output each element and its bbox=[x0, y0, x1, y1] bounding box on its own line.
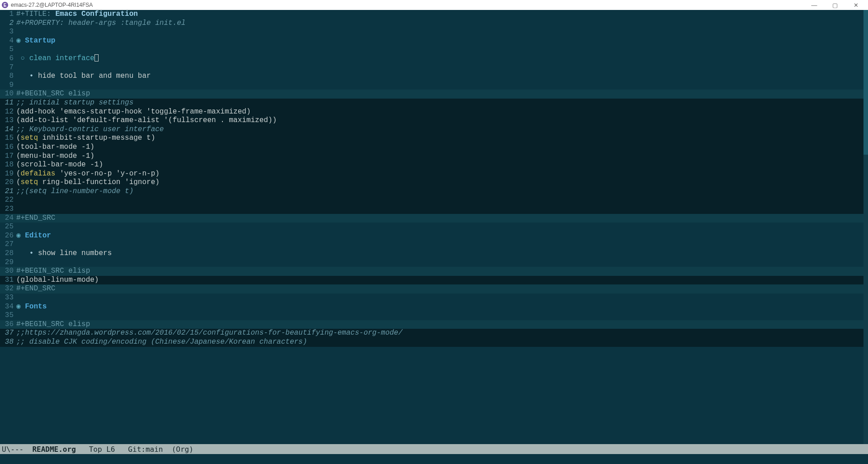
line-number: 10 bbox=[0, 90, 15, 99]
editor-line[interactable]: 6 ○ clean interface bbox=[0, 54, 868, 63]
scrollbar-thumb[interactable] bbox=[863, 10, 868, 155]
line-content[interactable] bbox=[15, 28, 868, 37]
line-content[interactable] bbox=[15, 311, 868, 320]
line-content[interactable]: ◉ Fonts bbox=[15, 303, 868, 312]
editor-line[interactable]: 28 • show line numbers bbox=[0, 249, 868, 258]
line-content[interactable]: ◉ Editor bbox=[15, 232, 868, 241]
editor-line[interactable]: 31(global-linum-mode) bbox=[0, 276, 868, 285]
line-content[interactable]: ;; initial startup settings bbox=[15, 99, 868, 108]
line-content[interactable]: (global-linum-mode) bbox=[15, 276, 868, 285]
line-number: 21 bbox=[0, 187, 15, 196]
line-number: 36 bbox=[0, 320, 15, 329]
line-content[interactable]: #+BEGIN_SRC elisp bbox=[15, 267, 868, 276]
editor-line[interactable]: 9 bbox=[0, 81, 868, 90]
line-content[interactable]: #+BEGIN_SRC elisp bbox=[15, 90, 868, 99]
editor-line[interactable]: 38;; disable CJK coding/encoding (Chines… bbox=[0, 338, 868, 347]
editor-line[interactable]: 34◉ Fonts bbox=[0, 303, 868, 312]
editor-line[interactable]: 21;;(setq line-number-mode t) bbox=[0, 187, 868, 196]
editor-line[interactable]: 4◉ Startup bbox=[0, 37, 868, 46]
line-number: 27 bbox=[0, 240, 15, 249]
editor-line[interactable]: 13(add-to-list 'default-frame-alist '(fu… bbox=[0, 116, 868, 125]
line-content[interactable] bbox=[15, 63, 868, 72]
line-content[interactable]: #+TITLE: Emacs Configuration bbox=[15, 10, 868, 19]
code-span: show line numbers bbox=[38, 249, 112, 257]
editor-line[interactable]: 16(tool-bar-mode -1) bbox=[0, 143, 868, 152]
minimize-icon: — bbox=[811, 2, 817, 8]
editor-line[interactable]: 30#+BEGIN_SRC elisp bbox=[0, 267, 868, 276]
line-content[interactable]: • show line numbers bbox=[15, 249, 868, 258]
editor-line[interactable]: 17(menu-bar-mode -1) bbox=[0, 152, 868, 161]
editor-line[interactable]: 27 bbox=[0, 240, 868, 249]
minimize-button[interactable]: — bbox=[804, 0, 825, 10]
line-content[interactable]: ○ clean interface bbox=[15, 54, 868, 63]
line-content[interactable]: (setq ring-bell-function 'ignore) bbox=[15, 178, 868, 187]
line-content[interactable]: (add-hook 'emacs-startup-hook 'toggle-fr… bbox=[15, 108, 868, 117]
editor-line[interactable]: 32#+END_SRC bbox=[0, 284, 868, 294]
editor-line[interactable]: 19(defalias 'yes-or-no-p 'y-or-n-p) bbox=[0, 170, 868, 179]
editor-line[interactable]: 26◉ Editor bbox=[0, 232, 868, 241]
line-number: 29 bbox=[0, 258, 15, 267]
line-content[interactable] bbox=[15, 240, 868, 249]
editor-line[interactable]: 1#+TITLE: Emacs Configuration bbox=[0, 10, 868, 19]
line-content[interactable]: ;; disable CJK coding/encoding (Chinese/… bbox=[15, 338, 868, 347]
editor-line[interactable]: 37;;https://zhangda.wordpress.com/2016/0… bbox=[0, 329, 868, 338]
editor-line[interactable]: 18(scroll-bar-mode -1) bbox=[0, 161, 868, 170]
line-content[interactable]: ;; Keyboard-centric user interface bbox=[15, 125, 868, 134]
code-span: clean interface bbox=[29, 54, 94, 62]
editor-line[interactable]: 35 bbox=[0, 311, 868, 320]
editor-line[interactable]: 22 bbox=[0, 196, 868, 205]
line-content[interactable]: ◉ Startup bbox=[15, 37, 868, 46]
editor-line[interactable]: 23 bbox=[0, 205, 868, 214]
line-content[interactable]: ;;(setq line-number-mode t) bbox=[15, 187, 868, 196]
editor-line[interactable]: 36#+BEGIN_SRC elisp bbox=[0, 320, 868, 329]
line-content[interactable]: (setq inhibit-startup-message t) bbox=[15, 134, 868, 143]
line-content[interactable]: #+PROPERTY: header-args :tangle init.el bbox=[15, 19, 868, 28]
line-content[interactable]: (scroll-bar-mode -1) bbox=[15, 161, 868, 170]
line-number: 7 bbox=[0, 63, 15, 72]
line-number: 2 bbox=[0, 19, 15, 28]
editor-line[interactable]: 33 bbox=[0, 294, 868, 303]
line-content[interactable] bbox=[15, 196, 868, 205]
maximize-button[interactable]: ▢ bbox=[825, 0, 845, 10]
line-content[interactable]: (defalias 'yes-or-no-p 'y-or-n-p) bbox=[15, 170, 868, 179]
close-button[interactable]: ✕ bbox=[845, 0, 866, 10]
scrollbar-track[interactable] bbox=[863, 10, 868, 444]
line-content[interactable]: (menu-bar-mode -1) bbox=[15, 152, 868, 161]
line-content[interactable]: #+END_SRC bbox=[15, 214, 868, 223]
line-content[interactable] bbox=[15, 223, 868, 232]
modeline-mode: (Org) bbox=[163, 445, 193, 454]
line-content[interactable]: #+END_SRC bbox=[15, 284, 868, 294]
editor-line[interactable]: 25 bbox=[0, 223, 868, 232]
editor-line[interactable]: 11;; initial startup settings bbox=[0, 99, 868, 108]
editor-line[interactable]: 3 bbox=[0, 28, 868, 37]
line-content[interactable]: • hide tool bar and menu bar bbox=[15, 72, 868, 81]
code-span: Startup bbox=[25, 37, 55, 45]
line-content[interactable] bbox=[15, 258, 868, 267]
editor-line[interactable]: 14;; Keyboard-centric user interface bbox=[0, 125, 868, 134]
editor-line[interactable]: 10#+BEGIN_SRC elisp bbox=[0, 90, 868, 99]
editor-line[interactable]: 15(setq inhibit-startup-message t) bbox=[0, 134, 868, 143]
line-number: 30 bbox=[0, 267, 15, 276]
line-number: 1 bbox=[0, 10, 15, 19]
line-content[interactable]: ;;https://zhangda.wordpress.com/2016/02/… bbox=[15, 329, 868, 338]
line-content[interactable]: #+BEGIN_SRC elisp bbox=[15, 320, 868, 329]
code-span: ;;https://zhangda.wordpress.com/2016/02/… bbox=[16, 329, 403, 337]
line-content[interactable] bbox=[15, 294, 868, 303]
editor-line[interactable]: 29 bbox=[0, 258, 868, 267]
editor-line[interactable]: 20(setq ring-bell-function 'ignore) bbox=[0, 178, 868, 187]
editor-line[interactable]: 2#+PROPERTY: header-args :tangle init.el bbox=[0, 19, 868, 28]
editor-line[interactable]: 7 bbox=[0, 63, 868, 72]
editor-line[interactable]: 12(add-hook 'emacs-startup-hook 'toggle-… bbox=[0, 108, 868, 117]
line-number: 13 bbox=[0, 116, 15, 125]
code-span: #+END_SRC bbox=[16, 214, 55, 222]
editor-line[interactable]: 24#+END_SRC bbox=[0, 214, 868, 223]
editor-area[interactable]: 1#+TITLE: Emacs Configuration2#+PROPERTY… bbox=[0, 10, 868, 444]
line-content[interactable]: (add-to-list 'default-frame-alist '(full… bbox=[15, 116, 868, 125]
editor-line[interactable]: 5 bbox=[0, 45, 868, 54]
line-content[interactable] bbox=[15, 205, 868, 214]
line-content[interactable]: (tool-bar-mode -1) bbox=[15, 143, 868, 152]
line-content[interactable] bbox=[15, 81, 868, 90]
line-content[interactable] bbox=[15, 45, 868, 54]
minibuffer[interactable] bbox=[0, 454, 868, 464]
editor-line[interactable]: 8 • hide tool bar and menu bar bbox=[0, 72, 868, 81]
